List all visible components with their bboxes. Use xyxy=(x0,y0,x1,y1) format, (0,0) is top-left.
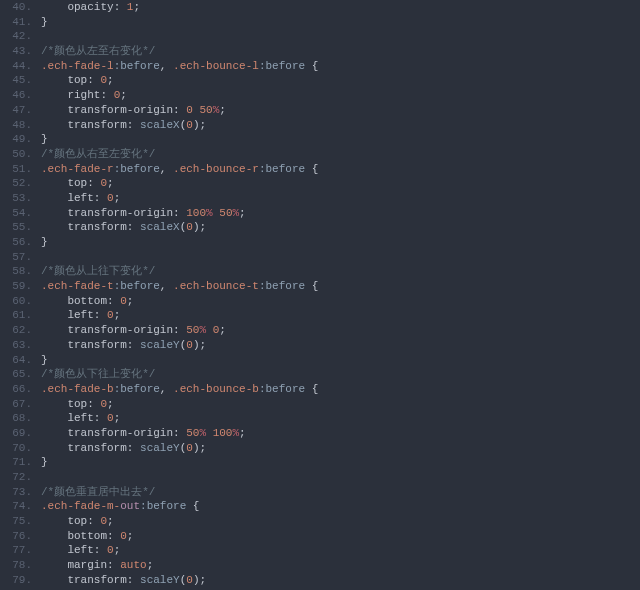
line-number: 44. xyxy=(0,59,32,74)
code-line[interactable]: } xyxy=(41,353,640,368)
line-number: 55. xyxy=(0,220,32,235)
line-number: 77. xyxy=(0,543,32,558)
code-line[interactable]: /*颜色从右至左变化*/ xyxy=(41,147,640,162)
line-number: 68. xyxy=(0,411,32,426)
code-line[interactable]: transform-origin: 50% 0; xyxy=(41,323,640,338)
code-line[interactable]: .ech-fade-r:before, .ech-bounce-r:before… xyxy=(41,162,640,177)
code-line[interactable]: .ech-fade-t:before, .ech-bounce-t:before… xyxy=(41,279,640,294)
code-line[interactable]: bottom: 0; xyxy=(41,294,640,309)
line-number: 51. xyxy=(0,162,32,177)
line-number: 73. xyxy=(0,485,32,500)
line-number: 59. xyxy=(0,279,32,294)
code-line[interactable]: top: 0; xyxy=(41,514,640,529)
line-number: 57. xyxy=(0,250,32,265)
code-line[interactable]: /*颜色垂直居中出去*/ xyxy=(41,485,640,500)
line-number: 66. xyxy=(0,382,32,397)
line-number: 61. xyxy=(0,308,32,323)
code-line[interactable]: top: 0; xyxy=(41,397,640,412)
code-line[interactable]: left: 0; xyxy=(41,308,640,323)
code-editor-content[interactable]: opacity: 1;} /*颜色从左至右变化*/.ech-fade-l:bef… xyxy=(35,0,640,590)
code-line[interactable]: } xyxy=(41,455,640,470)
line-number: 74. xyxy=(0,499,32,514)
line-number: 47. xyxy=(0,103,32,118)
code-line[interactable]: .ech-fade-b:before, .ech-bounce-b:before… xyxy=(41,382,640,397)
line-number: 49. xyxy=(0,132,32,147)
code-line[interactable]: transform: scaleY(0); xyxy=(41,338,640,353)
code-line[interactable]: margin: auto; xyxy=(41,558,640,573)
line-number: 78. xyxy=(0,558,32,573)
line-number: 45. xyxy=(0,73,32,88)
line-number: 71. xyxy=(0,455,32,470)
line-number: 70. xyxy=(0,441,32,456)
code-line[interactable]: transform: scaleY(0); xyxy=(41,441,640,456)
code-line[interactable]: bottom: 0; xyxy=(41,529,640,544)
code-line[interactable]: } xyxy=(41,132,640,147)
code-line[interactable]: .ech-fade-l:before, .ech-bounce-l:before… xyxy=(41,59,640,74)
line-number: 50. xyxy=(0,147,32,162)
code-line[interactable]: transform: scaleX(0); xyxy=(41,118,640,133)
code-line[interactable]: transform: scaleY(0); xyxy=(41,573,640,588)
line-number: 65. xyxy=(0,367,32,382)
line-number: 48. xyxy=(0,118,32,133)
code-line[interactable] xyxy=(41,250,640,265)
line-number: 76. xyxy=(0,529,32,544)
code-line[interactable]: /*颜色从左至右变化*/ xyxy=(41,44,640,59)
code-line[interactable]: /*颜色从上往下变化*/ xyxy=(41,264,640,279)
line-number: 42. xyxy=(0,29,32,44)
line-number: 67. xyxy=(0,397,32,412)
code-line[interactable]: right: 0; xyxy=(41,88,640,103)
code-line[interactable]: left: 0; xyxy=(41,411,640,426)
line-number: 75. xyxy=(0,514,32,529)
line-number: 69. xyxy=(0,426,32,441)
line-number: 79. xyxy=(0,573,32,588)
code-line[interactable]: transform-origin: 50% 100%; xyxy=(41,426,640,441)
code-line[interactable]: opacity: 1; xyxy=(41,0,640,15)
line-number: 40. xyxy=(0,0,32,15)
line-number: 53. xyxy=(0,191,32,206)
line-number: 46. xyxy=(0,88,32,103)
line-number: 64. xyxy=(0,353,32,368)
line-number: 62. xyxy=(0,323,32,338)
line-number: 58. xyxy=(0,264,32,279)
line-number: 54. xyxy=(0,206,32,221)
line-number: 60. xyxy=(0,294,32,309)
code-line[interactable]: .ech-fade-m-out:before { xyxy=(41,499,640,514)
code-line[interactable]: } xyxy=(41,15,640,30)
line-number: 43. xyxy=(0,44,32,59)
code-line[interactable] xyxy=(41,29,640,44)
line-number: 56. xyxy=(0,235,32,250)
code-line[interactable]: /*颜色从下往上变化*/ xyxy=(41,367,640,382)
code-line[interactable]: left: 0; xyxy=(41,191,640,206)
code-line[interactable]: left: 0; xyxy=(41,543,640,558)
line-number: 52. xyxy=(0,176,32,191)
line-number: 41. xyxy=(0,15,32,30)
code-line[interactable]: transform: scaleX(0); xyxy=(41,220,640,235)
line-number: 63. xyxy=(0,338,32,353)
line-number: 72. xyxy=(0,470,32,485)
code-line[interactable] xyxy=(41,470,640,485)
code-line[interactable]: transform-origin: 100% 50%; xyxy=(41,206,640,221)
code-line[interactable]: } xyxy=(41,235,640,250)
line-number-gutter: 40.41.42.43.44.45.46.47.48.49.50.51.52.5… xyxy=(0,0,35,590)
code-line[interactable]: transform-origin: 0 50%; xyxy=(41,103,640,118)
code-line[interactable]: top: 0; xyxy=(41,73,640,88)
code-line[interactable]: top: 0; xyxy=(41,176,640,191)
